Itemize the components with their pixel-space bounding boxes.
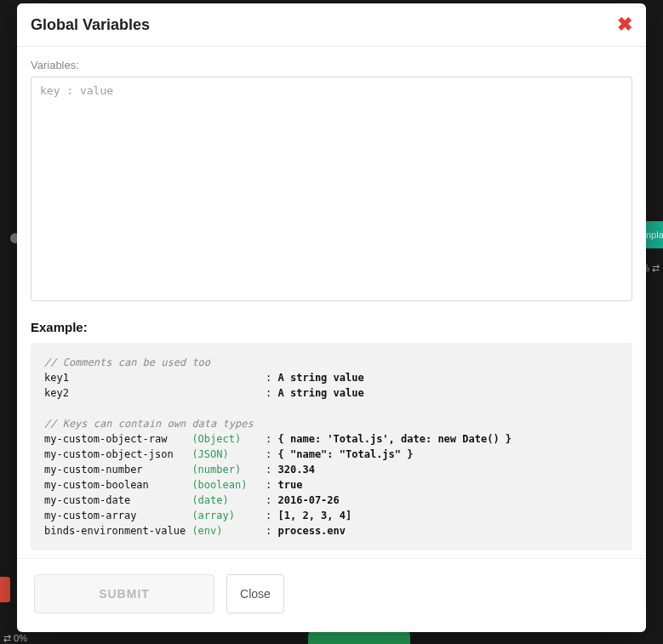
example-code-block: // Comments can be used too key1 : A str… [31,343,632,550]
modal-footer: SUBMIT Close [17,558,646,632]
bg-pill-left [0,577,10,602]
example-heading: Example: [31,320,632,334]
modal-header: Global Variables ✖ [17,3,646,47]
close-icon[interactable]: ✖ [617,15,632,34]
bg-percent-left: ⇄ 0% [3,633,27,644]
submit-button[interactable]: SUBMIT [34,574,214,613]
global-variables-modal: Global Variables ✖ Variables: Example: /… [17,3,646,632]
variables-label: Variables: [31,59,632,71]
close-button[interactable]: Close [226,574,284,613]
bg-pill-right: npla [644,221,663,248]
modal-body: Variables: Example: // Comments can be u… [17,47,646,558]
variables-textarea[interactable] [31,77,632,301]
modal-title: Global Variables [31,16,150,34]
bg-green-node [308,630,410,644]
